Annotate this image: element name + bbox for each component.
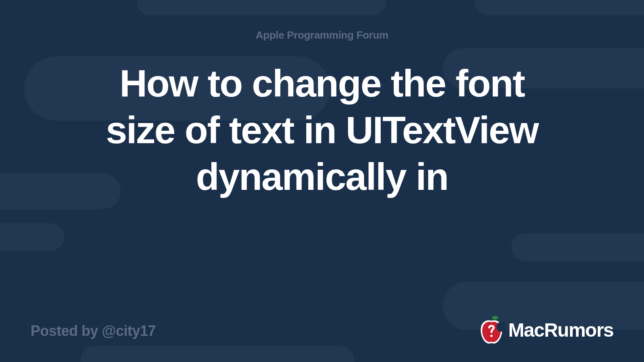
forum-label: Apple Programming Forum (256, 29, 388, 41)
svg-point-1 (490, 335, 493, 337)
bg-bubble (511, 233, 644, 261)
thread-title: How to change the font size of text in U… (80, 60, 564, 200)
bg-bubble (0, 223, 64, 251)
posted-by-label: Posted by @city17 (31, 323, 156, 339)
bg-bubble (137, 0, 386, 15)
brand-name: MacRumors (508, 319, 613, 341)
bg-bubble (80, 346, 354, 362)
bg-bubble (475, 0, 644, 15)
macrumors-apple-icon (478, 315, 505, 345)
brand-logo: MacRumors (478, 315, 613, 345)
